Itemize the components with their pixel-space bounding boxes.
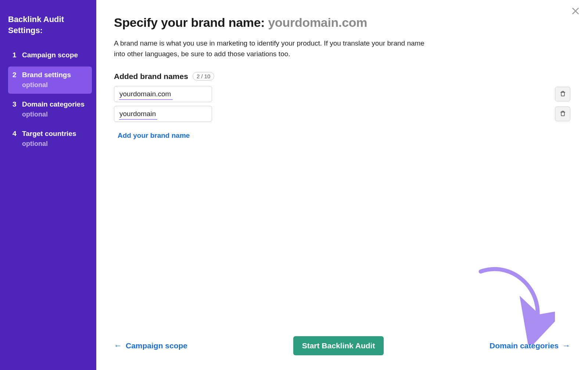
brand-name-input[interactable] <box>114 106 212 122</box>
brand-row <box>114 106 570 122</box>
page-title: Specify your brand name: yourdomain.com <box>114 15 570 30</box>
start-audit-button[interactable]: Start Backlink Audit <box>293 336 384 355</box>
brand-section-header: Added brand names 2 / 10 <box>114 72 570 81</box>
delete-brand-button[interactable] <box>555 107 570 121</box>
page-title-domain: yourdomain.com <box>268 15 368 29</box>
back-link[interactable]: ← Campaign scope <box>114 341 187 350</box>
step-number: 3 <box>12 100 18 119</box>
step-number: 2 <box>12 70 18 89</box>
step-number: 1 <box>12 50 18 60</box>
svg-rect-2 <box>561 93 564 96</box>
brand-count-pill: 2 / 10 <box>193 72 215 80</box>
step-domain-categories[interactable]: 3 Domain categories optional <box>8 96 92 123</box>
step-brand-settings[interactable]: 2 Brand settings optional <box>8 67 92 94</box>
delete-brand-button[interactable] <box>555 87 570 101</box>
step-list: 1 Campaign scope 2 Brand settings option… <box>8 47 92 152</box>
arrow-left-icon: ← <box>114 342 122 350</box>
step-label: Target countries <box>22 129 76 139</box>
step-number: 4 <box>12 129 18 148</box>
brand-row <box>114 86 570 102</box>
next-link[interactable]: Domain categories → <box>490 341 570 350</box>
step-label: Brand settings <box>22 70 71 80</box>
add-brand-link[interactable]: Add your brand name <box>118 132 570 140</box>
close-icon <box>571 6 580 16</box>
step-sublabel: optional <box>22 139 76 148</box>
trash-icon <box>560 91 566 97</box>
brand-section-label: Added brand names <box>114 72 188 81</box>
brand-name-input[interactable] <box>114 86 212 102</box>
step-sublabel: optional <box>22 110 85 119</box>
step-label: Campaign scope <box>22 50 78 60</box>
back-link-label: Campaign scope <box>126 341 187 350</box>
step-label: Domain categories <box>22 100 85 109</box>
svg-rect-3 <box>561 112 564 116</box>
arrow-right-icon: → <box>562 342 570 350</box>
close-button[interactable] <box>568 4 583 18</box>
brand-list <box>114 86 570 126</box>
sidebar-title: Backlink Audit Settings: <box>8 14 92 36</box>
footer-nav: ← Campaign scope Start Backlink Audit Do… <box>114 329 570 355</box>
settings-sidebar: Backlink Audit Settings: 1 Campaign scop… <box>0 0 96 370</box>
page-description: A brand name is what you use in marketin… <box>114 38 430 60</box>
step-target-countries[interactable]: 4 Target countries optional <box>8 125 92 152</box>
trash-icon <box>560 111 566 117</box>
next-link-label: Domain categories <box>490 341 559 350</box>
page-title-text: Specify your brand name: <box>114 15 268 29</box>
step-sublabel: optional <box>22 80 71 89</box>
step-campaign-scope[interactable]: 1 Campaign scope <box>8 47 92 64</box>
main-content: Specify your brand name: yourdomain.com … <box>96 0 588 370</box>
